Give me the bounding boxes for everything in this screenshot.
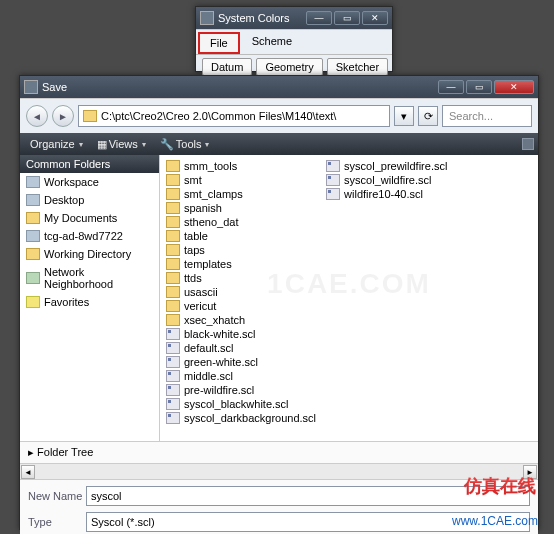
file-item[interactable]: black-white.scl [166,327,316,341]
maximize-button[interactable]: ▭ [466,80,492,94]
file-name: syscol_blackwhite.scl [184,398,289,410]
folder-icon [83,110,97,122]
new-name-label: New Name [28,490,86,502]
file-item[interactable]: stheno_dat [166,215,316,229]
sidebar-item[interactable]: Workspace [20,173,159,191]
type-label: Type [28,516,86,528]
file-icon [166,328,180,340]
file-list[interactable]: 1CAE.COM smm_toolssmtsmt_clampsspanishst… [160,155,538,441]
file-item[interactable]: spanish [166,201,316,215]
file-name: smt_clamps [184,188,243,200]
tab-sketcher[interactable]: Sketcher [327,58,388,76]
system-colors-title: System Colors [218,12,306,24]
scroll-left-button[interactable]: ◄ [21,465,35,479]
folder-icon [166,314,180,326]
maximize-button[interactable]: ▭ [334,11,360,25]
file-item[interactable]: syscol_wildfire.scl [326,173,447,187]
sidebar-item[interactable]: Working Directory [20,245,159,263]
save-title: Save [42,81,438,93]
menu-scheme[interactable]: Scheme [242,32,302,54]
file-name: green-white.scl [184,356,258,368]
save-dialog: Save — ▭ ✕ ◄ ► C:\ptc\Creo2\Creo 2.0\Com… [19,75,539,530]
file-icon [166,370,180,382]
file-item[interactable]: templates [166,257,316,271]
file-icon [326,160,340,172]
sidebar-item-label: Network Neighborhood [44,266,153,290]
folder-icon [166,244,180,256]
folder-icon [166,286,180,298]
save-icon [24,80,38,94]
save-toolbar: Organize ▦ Views 🔧 Tools [20,133,538,155]
sidebar-item[interactable]: Favorites [20,293,159,311]
h-scrollbar[interactable]: ◄ ► [20,463,538,479]
folder-icon [166,272,180,284]
file-item[interactable]: table [166,229,316,243]
address-field[interactable]: C:\ptc\Creo2\Creo 2.0\Common Files\M140\… [78,105,390,127]
file-item[interactable]: usascii [166,285,316,299]
folder-icon [26,176,40,188]
file-item[interactable]: vericut [166,299,316,313]
file-item[interactable]: syscol_prewildfire.scl [326,159,447,173]
search-input[interactable]: Search... [442,105,532,127]
tab-datum[interactable]: Datum [202,58,252,76]
file-item[interactable]: green-white.scl [166,355,316,369]
sidebar-item[interactable]: tcg-ad-8wd7722 [20,227,159,245]
file-item[interactable]: middle.scl [166,369,316,383]
minimize-button[interactable]: — [438,80,464,94]
system-colors-body: File Scheme Datum Geometry Sketcher [196,29,392,71]
file-item[interactable]: smm_tools [166,159,316,173]
file-name: default.scl [184,342,234,354]
watermark-cn: 仿真在线 [464,474,536,498]
back-button[interactable]: ◄ [26,105,48,127]
tab-geometry[interactable]: Geometry [256,58,322,76]
file-item[interactable]: pre-wildfire.scl [166,383,316,397]
tools-button[interactable]: 🔧 Tools [154,136,216,153]
minimize-button[interactable]: — [306,11,332,25]
dropdown-button[interactable]: ▾ [394,106,414,126]
file-name: wildfire10-40.scl [344,188,423,200]
forward-button[interactable]: ► [52,105,74,127]
help-icon[interactable] [522,138,534,150]
sidebar-item[interactable]: Desktop [20,191,159,209]
folder-icon [26,272,40,284]
save-titlebar[interactable]: Save — ▭ ✕ [20,76,538,98]
file-item[interactable]: default.scl [166,341,316,355]
close-button[interactable]: ✕ [362,11,388,25]
file-item[interactable]: syscol_blackwhite.scl [166,397,316,411]
folder-tree-toggle[interactable]: ▸ Folder Tree [20,441,538,463]
file-icon [166,398,180,410]
menu-file[interactable]: File [198,32,240,54]
sidebar-item-label: Favorites [44,296,89,308]
views-button[interactable]: ▦ Views [91,136,152,153]
file-item[interactable]: wildfire10-40.scl [326,187,447,201]
folder-icon [26,230,40,242]
file-item[interactable]: taps [166,243,316,257]
file-name: templates [184,258,232,270]
close-button[interactable]: ✕ [494,80,534,94]
file-item[interactable]: xsec_xhatch [166,313,316,327]
folder-icon [166,230,180,242]
file-name: pre-wildfire.scl [184,384,254,396]
folder-icon [166,160,180,172]
file-item[interactable]: smt_clamps [166,187,316,201]
file-icon [326,188,340,200]
system-colors-menu: File Scheme [196,30,392,55]
folder-icon [26,296,40,308]
file-item[interactable]: syscol_darkbackground.scl [166,411,316,425]
file-name: syscol_darkbackground.scl [184,412,316,424]
folder-icon [166,258,180,270]
file-name: spanish [184,202,222,214]
file-item[interactable]: smt [166,173,316,187]
save-main: Common Folders WorkspaceDesktopMy Docume… [20,155,538,441]
folder-icon [26,194,40,206]
refresh-button[interactable]: ⟳ [418,106,438,126]
sidebar-item[interactable]: Network Neighborhood [20,263,159,293]
system-colors-titlebar[interactable]: System Colors — ▭ ✕ [196,7,392,29]
organize-button[interactable]: Organize [24,136,89,152]
folder-icon [166,216,180,228]
sidebar-item-label: Working Directory [44,248,131,260]
file-icon [166,356,180,368]
folder-icon [26,212,40,224]
file-item[interactable]: ttds [166,271,316,285]
sidebar-item[interactable]: My Documents [20,209,159,227]
